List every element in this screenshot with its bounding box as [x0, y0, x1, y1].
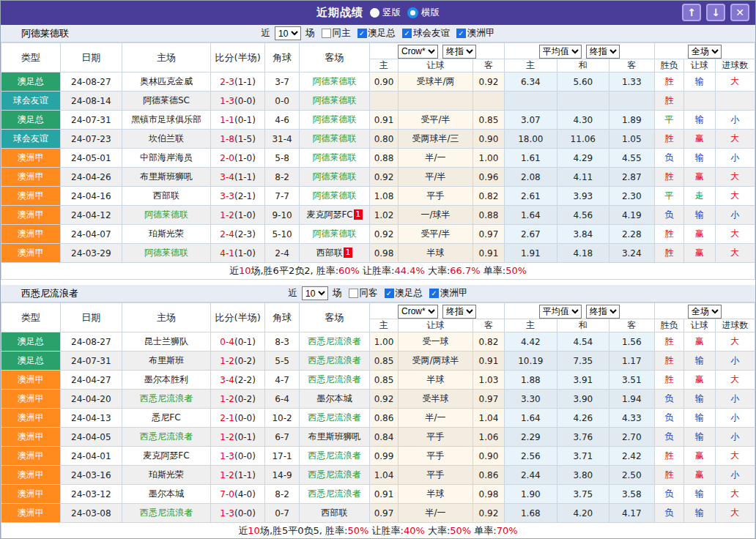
halftime-score: (0-0) [234, 508, 256, 518]
result-handicap: 输 [684, 409, 715, 428]
fulltime-score: 1-1 [220, 115, 234, 125]
match-type-badge: 澳洲甲 [1, 187, 61, 206]
radio-option-vertical[interactable]: 竖版 [370, 7, 401, 19]
team-label: 西悉尼流浪者 [140, 508, 193, 518]
avg-draw-odds: 4.54 [557, 332, 609, 352]
match-type-badge: 澳足总 [1, 111, 61, 130]
checkbox-same-away[interactable] [349, 289, 358, 298]
ah-home-odds: 1.04 [370, 466, 398, 485]
table-row: 澳洲甲24-03-08西悉尼流浪者1-3(0-0)0-7西部联0.97半/一0.… [1, 504, 755, 523]
match-count-select[interactable]: 10 [275, 26, 301, 40]
halftime-score: (0-2) [234, 356, 256, 366]
fulltime-score: 1-2 [220, 394, 234, 404]
result-handicap: 赢 [684, 168, 715, 187]
fulltime-score: 7-0 [220, 489, 234, 499]
corner-score: 8-2 [265, 485, 299, 504]
ah-away-odds: 0.90 [473, 447, 504, 466]
match-date: 24-03-08 [60, 504, 122, 523]
fulltime-score: 1-2 [220, 356, 234, 366]
result-goals: 小 [715, 149, 755, 168]
result-handicap: 赢 [684, 244, 715, 263]
results-table: 类型日期主场比分(半场)角球客场Crow*终指平均值终指全场主让球客主和客胜负让… [1, 42, 755, 280]
avg-home-odds: 4.42 [504, 332, 557, 352]
recent-label: 近 [262, 27, 271, 40]
ah-away-odds: 0.86 [473, 466, 504, 485]
table-row: 澳洲甲24-05-01中部海岸海员2-0(1-0)5-8阿德莱德联0.88半/一… [1, 149, 755, 168]
away-team-name: 阿德莱德联 [299, 111, 370, 130]
titlebar: 近期战绩 竖版 横版 ↑ ↓ ✕ [1, 1, 755, 25]
avg-home-odds: 2.08 [504, 168, 557, 187]
filter-row: 西悉尼流浪者 近10场同客✓澳足总✓澳洲甲 [1, 285, 755, 302]
away-team-name: 阿德莱德联 [299, 187, 370, 206]
ah-away-odds: 0.92 [473, 504, 504, 523]
team-label: 阿德莱德联 [313, 76, 357, 86]
team-label: 坎伯兰联 [149, 133, 184, 144]
filter-option-aus-fa-cup[interactable]: ✓澳足总 [357, 27, 396, 40]
average-select[interactable]: 平均值 [539, 305, 582, 319]
avg-draw-odds: 11.06 [557, 130, 609, 149]
filter-option-same-home[interactable]: 同主 [322, 27, 351, 40]
fulltime-select[interactable]: 全场 [688, 305, 722, 319]
odds-stage-select[interactable]: 终指 [442, 305, 476, 319]
team-label: 昆士兰狮队 [144, 336, 188, 346]
avg-stage-select[interactable]: 终指 [586, 45, 620, 59]
home-team-name: 珀斯光荣 [122, 225, 211, 244]
match-score: 1-2(0-2) [210, 390, 265, 409]
checkbox-a-league[interactable]: ✓ [429, 289, 439, 298]
ah-home-odds: 1.00 [370, 332, 398, 352]
summary-segment: 单率: [471, 525, 497, 536]
filter-option-a-league[interactable]: ✓澳洲甲 [456, 27, 495, 40]
ah-home-odds: 0.92 [370, 390, 398, 409]
close-button[interactable]: ✕ [730, 4, 749, 21]
radio-vertical-icon[interactable] [370, 8, 379, 18]
checkbox-same-home[interactable] [322, 29, 331, 38]
match-date: 24-05-01 [60, 149, 122, 168]
fulltime-score: 1-8 [220, 134, 234, 144]
avg-away-odds: 4.19 [609, 206, 654, 225]
bookmaker-select[interactable]: Crow* [398, 305, 438, 319]
odds-stage-select[interactable]: 终指 [442, 45, 476, 59]
team-label: 阿德莱德联 [313, 95, 357, 105]
result-winloss: 胜 [654, 130, 683, 149]
result-winloss: 胜 [654, 73, 683, 92]
checkbox-aus-fa-cup[interactable]: ✓ [357, 29, 367, 38]
checkbox-label: 同主 [333, 27, 351, 40]
checkbox-a-league[interactable]: ✓ [456, 29, 466, 38]
match-count-select[interactable]: 10 [302, 286, 328, 300]
result-goals: 大 [715, 332, 755, 352]
away-team-name: 西悉尼流浪者 [299, 332, 370, 352]
avg-stage-select[interactable]: 终指 [586, 305, 620, 319]
halftime-score: (2-1) [234, 191, 256, 201]
table-row: 澳洲甲24-04-27墨尔本胜利3-4(2-2)4-7西悉尼流浪者0.85半球1… [1, 371, 755, 390]
summary-segment: 10 [248, 525, 260, 536]
fulltime-score: 1-2 [220, 210, 234, 220]
result-handicap: 赢 [684, 371, 715, 390]
ah-away-odds: 0.82 [473, 187, 504, 206]
ah-handicap: 一/球半 [398, 206, 473, 225]
filter-option-aus-fa-cup[interactable]: ✓澳足总 [385, 287, 423, 300]
team-label: 西悉尼流浪者 [308, 336, 361, 346]
red-card-badge: 1 [354, 209, 363, 220]
filter-option-same-away[interactable]: 同客 [349, 287, 378, 300]
corner-score: 8-3 [265, 332, 299, 352]
radio-option-horizontal[interactable]: 横版 [407, 7, 440, 19]
avg-draw-odds: 3.80 [557, 466, 609, 485]
sub-column-header: 主 [370, 59, 398, 73]
away-team-name: 麦克阿瑟FC1 [299, 206, 370, 225]
result-goals: 大 [715, 371, 755, 390]
match-type-badge: 澳洲甲 [1, 149, 61, 168]
team-label: 黑镇市足球俱乐部 [131, 114, 201, 124]
move-down-button[interactable]: ↓ [706, 4, 725, 21]
fulltime-select[interactable]: 全场 [688, 45, 722, 59]
bookmaker-select[interactable]: Crow* [398, 45, 438, 59]
filter-option-a-league[interactable]: ✓澳洲甲 [429, 287, 468, 300]
checkbox-club-friendly[interactable]: ✓ [402, 29, 412, 38]
checkbox-label: 澳足总 [396, 287, 423, 300]
avg-draw-odds: 7.35 [557, 352, 609, 371]
checkbox-aus-fa-cup[interactable]: ✓ [385, 289, 394, 298]
filter-option-club-friendly[interactable]: ✓球会友谊 [402, 27, 450, 40]
average-select[interactable]: 平均值 [539, 45, 582, 59]
radio-horizontal-icon[interactable] [407, 7, 418, 18]
move-up-button[interactable]: ↑ [682, 4, 701, 21]
match-date: 24-04-05 [60, 428, 122, 447]
